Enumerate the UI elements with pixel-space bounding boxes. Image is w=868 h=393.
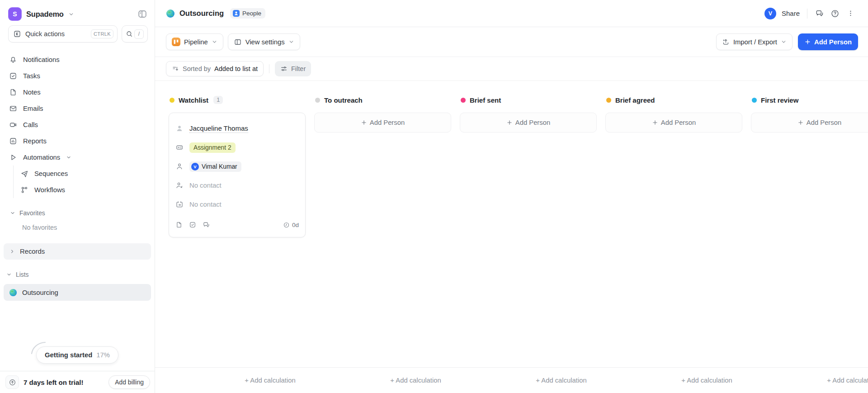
sidebar-item-tasks[interactable]: Tasks — [4, 68, 151, 84]
view-selector-button[interactable]: Pipeline — [166, 33, 223, 50]
add-person-label: Add Person — [515, 119, 550, 126]
column-name: Watchlist — [179, 96, 208, 104]
chevron-down-icon — [66, 155, 71, 160]
sidebar-item-label: Automations — [23, 154, 60, 161]
column-header[interactable]: Brief sent — [460, 93, 597, 107]
getting-started-button[interactable]: Getting started 17% — [36, 346, 118, 364]
column-first-review: First review Add Person — [751, 93, 868, 237]
card-tag-row: Assignment 2 — [175, 138, 299, 157]
add-person-label: Add Person — [370, 119, 405, 126]
add-calculation-button[interactable]: + Add calculation — [638, 377, 775, 384]
note-icon[interactable] — [175, 221, 183, 228]
column-name: To outreach — [324, 96, 363, 104]
search-button[interactable]: / — [122, 25, 148, 43]
add-calculation-button[interactable]: + Add calculation — [784, 377, 868, 384]
column-add-person-button[interactable]: Add Person — [751, 113, 868, 133]
column-header[interactable]: To outreach — [314, 93, 451, 107]
sidebar-item-automations[interactable]: Automations — [4, 149, 151, 166]
column-add-person-button[interactable]: Add Person — [460, 113, 597, 133]
list-item-label: Outsourcing — [22, 289, 58, 296]
plus-icon — [804, 38, 811, 45]
column-add-person-button[interactable]: Add Person — [605, 113, 742, 133]
object-type-badge[interactable]: People — [230, 8, 265, 19]
status-dot — [461, 98, 466, 103]
chevron-down-icon — [6, 272, 12, 277]
user-avatar[interactable]: V — [764, 8, 776, 19]
add-calculation-button[interactable]: + Add calculation — [202, 377, 339, 384]
owner-chip[interactable]: V Vimal Kumar — [189, 161, 241, 172]
note-icon — [9, 88, 17, 96]
automations-children: Sequences Workflows — [13, 166, 151, 198]
filter-button[interactable]: Filter — [275, 61, 311, 76]
workspace-initial: S — [13, 10, 17, 18]
no-contact-value[interactable]: No contact — [189, 201, 222, 208]
workspace-avatar[interactable]: S — [8, 7, 22, 21]
chart-icon — [9, 137, 17, 145]
sidebar-item-reports[interactable]: Reports — [4, 133, 151, 149]
person-card[interactable]: Jacqueline Thomas Assignment 2 V Vimal K… — [169, 113, 306, 237]
user-icon — [175, 162, 184, 170]
assignment-tag[interactable]: Assignment 2 — [189, 142, 236, 153]
import-export-icon — [722, 38, 730, 46]
board-footer: + Add calculation + Add calculation + Ad… — [155, 367, 868, 393]
lists-section-header[interactable]: Lists — [0, 267, 155, 282]
quick-actions-button[interactable]: Quick actions CTRLK — [8, 25, 118, 43]
task-icon[interactable] — [189, 221, 196, 228]
sidebar-item-records[interactable]: Records — [4, 243, 151, 260]
user-arrow-icon — [175, 181, 184, 189]
chevron-down-icon[interactable] — [68, 11, 74, 17]
workspace-name[interactable]: Supademo — [26, 10, 64, 19]
mail-icon — [9, 104, 17, 113]
chevron-down-icon — [212, 39, 217, 45]
column-header[interactable]: Watchlist 1 — [169, 93, 306, 107]
sidebar-nav: Notifications Tasks Notes Emails Calls R… — [0, 48, 155, 234]
column-count-badge: 1 — [213, 96, 223, 104]
sidebar-item-label: Tasks — [23, 72, 40, 80]
user-initial: V — [769, 10, 772, 17]
no-contact-value[interactable]: No contact — [189, 182, 222, 189]
import-export-button[interactable]: Import / Export — [716, 33, 793, 50]
help-button[interactable] — [827, 6, 843, 21]
getting-started-wrap: Getting started 17% — [0, 346, 155, 371]
share-button[interactable]: Share — [782, 9, 800, 17]
chat-button[interactable] — [812, 6, 827, 21]
sorted-by-button[interactable]: Sorted by Added to list at — [166, 61, 264, 76]
column-add-person-button[interactable]: Add Person — [314, 113, 451, 133]
card-person-name[interactable]: Jacqueline Thomas — [189, 124, 248, 133]
sidebar-item-label: Calls — [23, 121, 38, 128]
sidebar-item-notes[interactable]: Notes — [4, 84, 151, 100]
add-billing-button[interactable]: Add billing — [108, 375, 150, 389]
owner-name: Vimal Kumar — [202, 163, 237, 170]
sidebar-item-sequences[interactable]: Sequences — [14, 166, 151, 182]
sidebar-toggle-button[interactable] — [137, 8, 148, 20]
globe-icon — [166, 9, 175, 18]
status-dot — [752, 98, 757, 103]
add-calculation-button[interactable]: + Add calculation — [493, 377, 630, 384]
more-options-button[interactable] — [843, 6, 858, 21]
sidebar-item-label: Reports — [23, 137, 47, 145]
kanban-board: Watchlist 1 Jacqueline Thomas Assignment… — [155, 81, 868, 393]
card-contact-row-2: No contact — [175, 195, 299, 214]
status-dot — [315, 98, 320, 103]
column-header[interactable]: Brief agreed — [605, 93, 742, 107]
add-calculation-button[interactable]: + Add calculation — [347, 377, 484, 384]
upgrade-icon — [5, 375, 19, 389]
sidebar-item-calls[interactable]: Calls — [4, 117, 151, 133]
view-settings-button[interactable]: View settings — [228, 33, 300, 50]
view-toolbar: Pipeline View settings Import / Export A… — [155, 27, 868, 57]
sidebar-item-emails[interactable]: Emails — [4, 100, 151, 117]
favorites-section-header[interactable]: Favorites — [4, 205, 151, 221]
column-header[interactable]: First review — [751, 93, 868, 107]
card-age: 0d — [283, 222, 299, 228]
sidebar-item-workflows[interactable]: Workflows — [14, 182, 151, 198]
chat-icon — [815, 9, 824, 18]
comments-icon[interactable] — [203, 221, 210, 229]
filter-label: Filter — [291, 65, 306, 72]
kanban-view-icon — [172, 38, 180, 46]
sidebar-item-outsourcing[interactable]: Outsourcing — [4, 284, 151, 301]
add-person-button[interactable]: Add Person — [798, 33, 858, 50]
plus-icon — [506, 119, 513, 126]
sidebar-item-label: Emails — [23, 105, 43, 112]
workflow-icon — [20, 186, 28, 194]
sidebar-item-notifications[interactable]: Notifications — [4, 52, 151, 68]
